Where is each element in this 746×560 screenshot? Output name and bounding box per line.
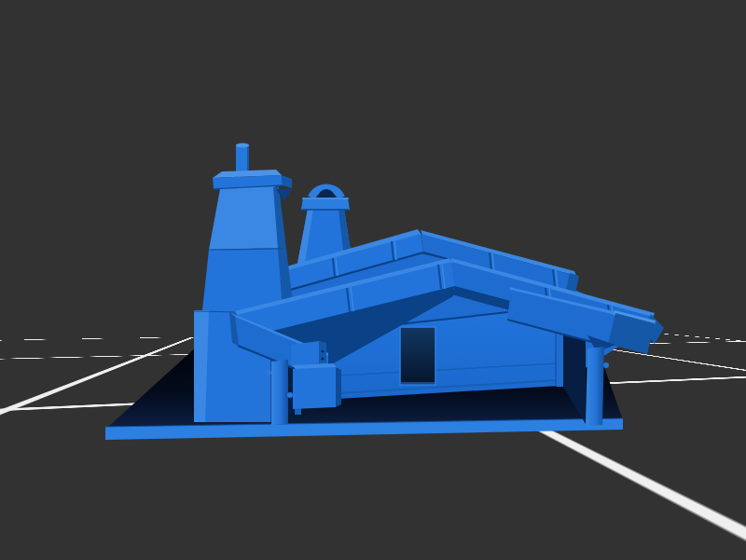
house-model [0, 0, 746, 560]
3d-viewport[interactable] [0, 0, 746, 560]
door [400, 327, 435, 385]
